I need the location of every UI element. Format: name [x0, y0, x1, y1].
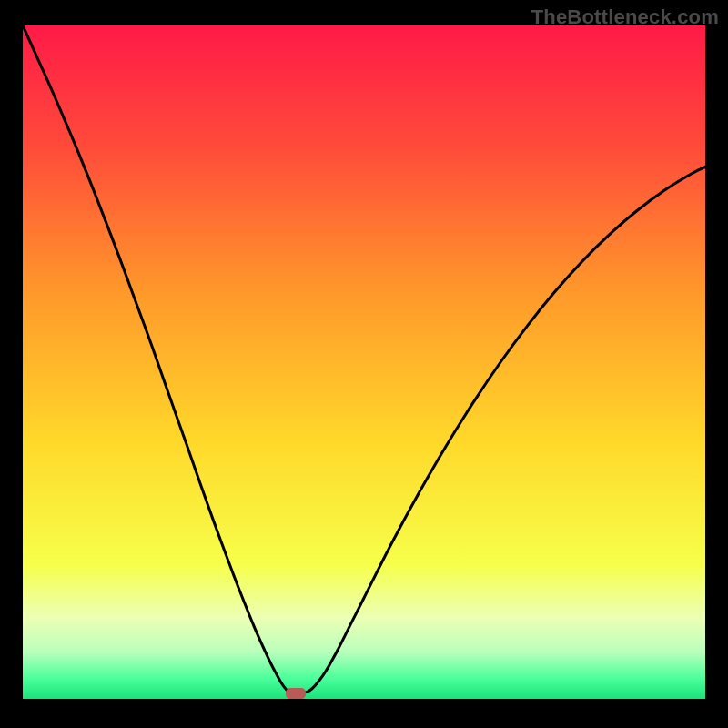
chart-frame: TheBottleneck.com [0, 0, 728, 728]
chart-plot-area [23, 25, 705, 699]
optimal-point-marker [286, 688, 306, 699]
